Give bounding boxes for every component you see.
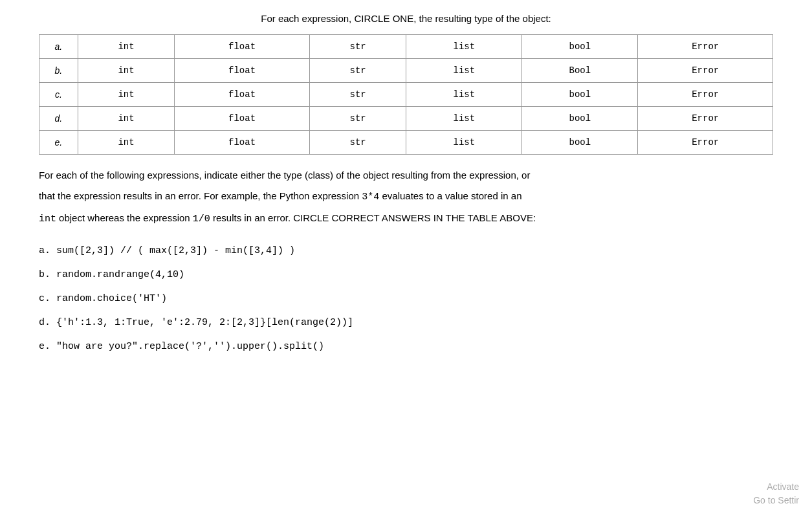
expression-line-c: c. random.choice('HT') xyxy=(39,288,773,309)
desc-code-int: int xyxy=(39,214,56,225)
table-cell: Error xyxy=(638,107,773,131)
table-cell: float xyxy=(175,131,310,155)
table-cell: int xyxy=(78,131,174,155)
table-cell: int xyxy=(78,35,174,59)
table-cell: str xyxy=(309,107,406,131)
table-cell: Bool xyxy=(522,59,638,83)
table-cell: float xyxy=(175,35,310,59)
watermark-line1: Activate xyxy=(753,480,799,494)
table-cell: Error xyxy=(638,59,773,83)
table-cell: str xyxy=(309,83,406,107)
table-cell: int xyxy=(78,107,174,131)
expression-line-b: b. random.randrange(4,10) xyxy=(39,264,773,285)
table-cell: str xyxy=(309,59,406,83)
table-cell: Error xyxy=(638,35,773,59)
desc-line2: that the expression results in an error.… xyxy=(39,190,362,201)
table-row-label: e. xyxy=(39,131,78,155)
types-table: a.intfloatstrlistboolErrorb.intfloatstrl… xyxy=(39,34,773,155)
expressions-block: a. sum([2,3]) // ( max([2,3]) - min([3,4… xyxy=(39,240,773,357)
table-cell: list xyxy=(406,107,522,131)
page-title: For each expression, CIRCLE ONE, the res… xyxy=(19,13,793,24)
table-cell: str xyxy=(309,131,406,155)
desc-line2-mid: evaluates to a value stored in an xyxy=(379,190,521,201)
table-row-label: b. xyxy=(39,59,78,83)
table-cell: bool xyxy=(522,83,638,107)
table-cell: str xyxy=(309,35,406,59)
table-cell: list xyxy=(406,131,522,155)
expression-line-a: a. sum([2,3]) // ( max([2,3]) - min([3,4… xyxy=(39,240,773,261)
table-cell: float xyxy=(175,107,310,131)
table-cell: int xyxy=(78,83,174,107)
desc-code1: 3*4 xyxy=(362,192,379,203)
table-row-label: c. xyxy=(39,83,78,107)
table-cell: bool xyxy=(522,35,638,59)
expression-line-e: e. "how are you?".replace('?','').upper(… xyxy=(39,336,773,357)
table-cell: bool xyxy=(522,107,638,131)
table-cell: list xyxy=(406,35,522,59)
desc-code-div: 1/0 xyxy=(193,214,210,225)
table-row-label: a. xyxy=(39,35,78,59)
desc-line1: For each of the following expressions, i… xyxy=(39,170,531,181)
desc-line3-mid: object whereas the expression xyxy=(56,212,193,223)
activate-watermark: Activate Go to Settir xyxy=(753,480,799,507)
expression-line-d: d. {'h':1.3, 1:True, 'e':2.79, 2:[2,3]}[… xyxy=(39,312,773,333)
table-cell: list xyxy=(406,59,522,83)
watermark-line2: Go to Settir xyxy=(753,494,799,507)
table-cell: int xyxy=(78,59,174,83)
table-cell: list xyxy=(406,83,522,107)
description-block: For each of the following expressions, i… xyxy=(39,168,773,227)
table-cell: Error xyxy=(638,83,773,107)
desc-line3-end: results in an error. CIRCLE CORRECT ANSW… xyxy=(210,212,536,223)
table-cell: Error xyxy=(638,131,773,155)
table-cell: float xyxy=(175,59,310,83)
table-cell: bool xyxy=(522,131,638,155)
table-row-label: d. xyxy=(39,107,78,131)
table-cell: float xyxy=(175,83,310,107)
